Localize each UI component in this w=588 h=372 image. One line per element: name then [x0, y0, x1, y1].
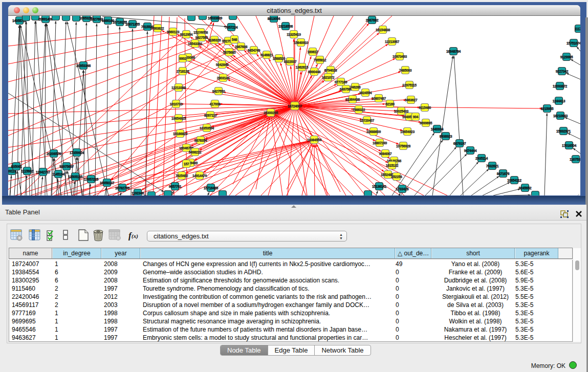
- svg-text:14914479: 14914479: [192, 174, 207, 178]
- svg-text:7485003: 7485003: [399, 69, 412, 72]
- svg-text:2935114: 2935114: [475, 157, 488, 160]
- svg-text:19654923: 19654923: [400, 130, 415, 134]
- svg-text:15640910: 15640910: [294, 41, 308, 45]
- svg-text:8471676: 8471676: [497, 172, 510, 176]
- svg-text:9245652: 9245652: [519, 186, 532, 190]
- svg-text:13353594: 13353594: [200, 126, 214, 130]
- svg-text:15136141: 15136141: [372, 185, 386, 188]
- svg-text:20206576: 20206576: [47, 152, 61, 156]
- svg-text:25300295: 25300295: [264, 111, 278, 115]
- svg-text:1615132: 1615132: [386, 164, 399, 167]
- svg-text:19756928: 19756928: [396, 144, 410, 148]
- svg-text:9657791: 9657791: [169, 185, 182, 188]
- svg-text:12213389: 12213389: [171, 86, 186, 90]
- svg-text:6879197: 6879197: [453, 142, 466, 145]
- svg-text:9129965: 9129965: [560, 55, 573, 59]
- svg-text:7357224: 7357224: [225, 26, 238, 29]
- svg-text:20953346: 20953346: [76, 64, 91, 68]
- svg-text:15716485: 15716485: [204, 186, 218, 190]
- svg-text:5875685: 5875685: [223, 51, 236, 54]
- svg-text:9227342: 9227342: [556, 70, 569, 73]
- svg-text:16154838: 16154838: [376, 28, 390, 32]
- svg-text:9242848: 9242848: [216, 63, 229, 67]
- svg-text:16648784: 16648784: [446, 50, 461, 53]
- svg-text:169617: 169617: [308, 50, 318, 54]
- svg-text:21364436: 21364436: [345, 98, 360, 101]
- svg-text:8454749: 8454749: [248, 49, 260, 52]
- svg-text:9146821: 9146821: [260, 53, 273, 57]
- svg-text:11325419: 11325419: [287, 33, 301, 36]
- svg-text:417008: 417008: [210, 102, 221, 106]
- svg-text:8990448: 8990448: [308, 70, 321, 74]
- svg-text:19166829: 19166829: [173, 132, 187, 136]
- svg-text:2867608: 2867608: [235, 45, 248, 49]
- svg-text:1362615: 1362615: [296, 65, 309, 69]
- svg-text:9115460: 9115460: [419, 106, 431, 110]
- svg-text:16033809: 16033809: [208, 16, 222, 20]
- svg-text:10973493: 10973493: [393, 55, 407, 58]
- svg-text:10688609: 10688609: [366, 130, 381, 134]
- svg-text:12505135: 12505135: [68, 175, 82, 179]
- svg-text:7625402: 7625402: [176, 174, 188, 178]
- svg-text:8912954: 8912954: [180, 33, 193, 36]
- svg-text:20691406: 20691406: [38, 17, 53, 21]
- svg-text:9474444: 9474444: [464, 149, 477, 152]
- svg-text:15692971: 15692971: [556, 129, 571, 133]
- svg-text:16782759: 16782759: [115, 186, 129, 190]
- svg-text:7986322: 7986322: [353, 108, 365, 112]
- svg-text:12975115: 12975115: [402, 83, 417, 87]
- svg-text:835061: 835061: [11, 165, 22, 168]
- svg-text:746266: 746266: [350, 85, 361, 89]
- svg-text:5498222: 5498222: [189, 150, 202, 154]
- svg-text:8215955: 8215955: [541, 107, 554, 111]
- svg-text:9827503: 9827503: [195, 36, 208, 39]
- svg-text:10807487: 10807487: [372, 97, 386, 100]
- svg-text:6794028: 6794028: [324, 69, 337, 72]
- svg-text:9463627: 9463627: [405, 98, 418, 102]
- svg-text:8322037: 8322037: [284, 60, 297, 63]
- svg-text:8267110: 8267110: [204, 114, 217, 117]
- svg-text:17016504: 17016504: [562, 144, 576, 147]
- svg-text:8938923: 8938923: [440, 135, 452, 138]
- svg-text:9699695: 9699695: [420, 121, 432, 125]
- svg-text:7632621: 7632621: [486, 164, 499, 168]
- svg-text:1115682: 1115682: [21, 169, 33, 173]
- svg-text:7663822: 7663822: [151, 27, 164, 30]
- svg-text:1145194: 1145194: [52, 172, 65, 176]
- svg-text:2803144: 2803144: [217, 76, 230, 80]
- svg-text:(x): (x): [132, 233, 138, 239]
- svg-text:19218506: 19218506: [278, 25, 293, 28]
- svg-text:1621072: 1621072: [322, 76, 335, 79]
- svg-text:62160: 62160: [385, 102, 395, 106]
- svg-text:16210643: 16210643: [553, 114, 568, 118]
- svg-text:19654925: 19654925: [171, 117, 186, 120]
- svg-text:10958107: 10958107: [100, 181, 114, 185]
- svg-text:252254: 252254: [391, 175, 402, 179]
- svg-text:16543382: 16543382: [188, 42, 202, 46]
- svg-text:1192346: 1192346: [132, 191, 144, 195]
- svg-text:1733426: 1733426: [396, 187, 409, 191]
- svg-text:10025433: 10025433: [394, 110, 408, 113]
- svg-text:15751074: 15751074: [567, 41, 580, 45]
- svg-text:7955812: 7955812: [314, 58, 326, 62]
- svg-text:904: 904: [413, 115, 419, 119]
- svg-text:9777169: 9777169: [335, 80, 347, 84]
- svg-text:1167533: 1167533: [570, 158, 580, 161]
- svg-text:93975667: 93975667: [59, 165, 74, 168]
- svg-text:8427552: 8427552: [212, 90, 225, 93]
- svg-text:2718126: 2718126: [177, 70, 189, 73]
- svg-text:546: 546: [232, 38, 237, 41]
- svg-text:17359924: 17359924: [70, 151, 84, 155]
- svg-text:18724007: 18724007: [288, 104, 302, 108]
- svg-text:17957225: 17957225: [84, 178, 98, 181]
- svg-text:2087682: 2087682: [366, 18, 379, 22]
- svg-text:9084067: 9084067: [379, 152, 392, 156]
- svg-text:8878354: 8878354: [194, 139, 207, 142]
- svg-text:18807249: 18807249: [373, 141, 387, 145]
- svg-text:1910733: 1910733: [170, 102, 183, 106]
- svg-text:9660123: 9660123: [167, 30, 180, 34]
- svg-text:1640934: 1640934: [431, 127, 444, 131]
- svg-text:12093872: 12093872: [553, 84, 567, 88]
- svg-text:10654112: 10654112: [507, 179, 521, 182]
- svg-text:1244413: 1244413: [553, 99, 565, 103]
